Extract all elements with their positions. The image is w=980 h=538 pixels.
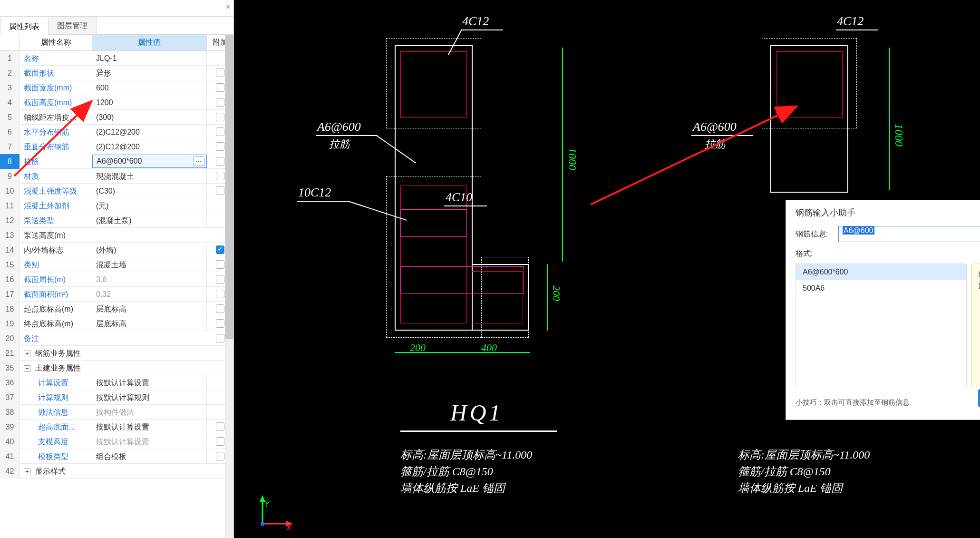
checkbox[interactable] (216, 98, 224, 107)
table-row[interactable]: 38做法信息按构件做法 (0, 405, 233, 420)
format-list[interactable]: A6@600*600 500A6 (796, 264, 967, 387)
prop-name[interactable]: 混凝土外加剂 (20, 198, 92, 213)
checkbox[interactable] (216, 319, 224, 328)
prop-value[interactable]: 现浇混凝土 (92, 169, 207, 184)
table-row[interactable]: 9材质现浇混凝土 (0, 169, 233, 184)
checkbox[interactable] (216, 290, 224, 298)
table-row[interactable]: 4截面高度(mm)1200 (0, 95, 233, 110)
list-item[interactable]: 500A6 (796, 280, 966, 296)
table-row[interactable]: 17截面面积(m²)0.32 (0, 287, 233, 302)
prop-value[interactable]: 按默认计算设置 (92, 434, 207, 449)
checkbox[interactable] (216, 68, 224, 77)
table-row[interactable]: 19终点底标高(m)层底标高 (0, 316, 233, 331)
checkbox[interactable] (216, 275, 224, 284)
expand-icon[interactable]: + (24, 469, 30, 475)
prop-value[interactable]: 按默认计算规则 (92, 390, 207, 405)
rebar-info-input[interactable]: A6@600 (838, 226, 980, 242)
scrollbar[interactable] (225, 35, 233, 538)
table-row[interactable]: 11混凝土外加剂(无) (0, 198, 233, 213)
table-row[interactable]: 14内/外墙标志(外墙) (0, 243, 233, 257)
checkbox[interactable] (216, 142, 224, 151)
prop-name[interactable]: 名称 (20, 51, 92, 66)
checkbox[interactable] (216, 186, 224, 195)
prop-name[interactable]: 做法信息 (20, 405, 92, 420)
prop-value[interactable]: 按构件做法 (92, 405, 207, 420)
table-row[interactable]: 3截面宽度(mm)600 (0, 80, 233, 95)
checkbox[interactable] (216, 83, 224, 92)
prop-name[interactable]: + 钢筋业务属性 (20, 346, 92, 361)
prop-value[interactable]: 1200 (92, 95, 207, 110)
table-row[interactable]: 15类别混凝土墙 (0, 257, 233, 272)
prop-value[interactable]: 按默认计算设置 (92, 420, 207, 434)
prop-name[interactable]: 内/外墙标志 (20, 243, 92, 257)
col-name[interactable]: 属性名称 (20, 35, 92, 50)
table-row[interactable]: 1名称JLQ-1 (0, 51, 233, 66)
prop-name[interactable]: 类别 (20, 257, 92, 272)
table-row[interactable]: 18起点底标高(m)层底标高 (0, 302, 233, 316)
checkbox[interactable] (216, 452, 224, 460)
prop-name[interactable]: 混凝土强度等级 (20, 184, 92, 198)
checkbox[interactable] (216, 113, 224, 121)
prop-value[interactable]: 层底标高 (92, 302, 207, 316)
prop-name[interactable]: + 显示样式 (20, 464, 92, 479)
close-icon[interactable]: × (225, 2, 231, 12)
table-row[interactable]: 41模板类型组合模板 (0, 449, 233, 464)
prop-name[interactable]: 水平分布钢筋 (20, 125, 92, 139)
table-row[interactable]: 10混凝土强度等级(C30) (0, 184, 233, 198)
col-value[interactable]: 属性值 (92, 35, 207, 50)
table-row[interactable]: 16截面周长(m)3.6 (0, 272, 233, 287)
expand-icon[interactable]: + (24, 351, 30, 357)
ok-button[interactable]: 确定 (978, 389, 980, 407)
tab-properties[interactable]: 属性列表 (0, 17, 49, 35)
prop-name[interactable]: 截面宽度(mm) (20, 80, 92, 95)
prop-value[interactable]: JLQ-1 (92, 51, 207, 66)
prop-name[interactable]: 截面形状 (20, 66, 92, 80)
prop-name[interactable]: 拉筋 (20, 154, 92, 169)
table-row[interactable]: 2截面形状异形 (0, 66, 233, 80)
table-row[interactable]: 5轴线距左墙皮…(300) (0, 110, 233, 125)
prop-value[interactable]: 组合模板 (92, 449, 207, 464)
prop-name[interactable]: 备注 (20, 331, 92, 346)
prop-name[interactable]: 截面周长(m) (20, 272, 92, 287)
prop-name[interactable]: 截面高度(mm) (20, 95, 92, 110)
table-row[interactable]: 21+ 钢筋业务属性 (0, 346, 233, 361)
table-row[interactable]: 40支模高度按默认计算设置 (0, 434, 233, 449)
prop-value[interactable]: (2)C12@200 (92, 139, 207, 154)
checkbox[interactable] (216, 245, 224, 254)
checkbox[interactable] (216, 334, 224, 342)
prop-value[interactable]: A6@600*600··· (92, 155, 207, 168)
table-row[interactable]: 37计算规则按默认计算规则 (0, 390, 233, 405)
checkbox[interactable] (216, 422, 224, 431)
prop-value[interactable]: 异形 (92, 66, 207, 80)
cad-canvas[interactable]: 4C12 A6@600 拉筋 10C12 4C10 1000 200 200 4… (234, 0, 980, 538)
prop-value[interactable]: 层底标高 (92, 316, 207, 331)
more-button[interactable]: ··· (193, 157, 204, 166)
table-row[interactable]: 13泵送高度(m) (0, 228, 233, 243)
list-item[interactable]: A6@600*600 (796, 264, 966, 280)
prop-name[interactable]: 起点底标高(m) (20, 302, 92, 316)
prop-value[interactable]: 600 (92, 80, 207, 95)
table-row[interactable]: 42+ 显示样式 (0, 464, 233, 479)
table-row[interactable]: 7垂直分布钢筋(2)C12@200 (0, 139, 233, 154)
prop-value[interactable]: 混凝土墙 (92, 257, 207, 272)
table-row[interactable]: 39超高底面…按默认计算设置 (0, 420, 233, 434)
checkbox[interactable] (216, 172, 224, 180)
prop-name[interactable]: 超高底面… (20, 420, 92, 434)
prop-name[interactable]: 垂直分布钢筋 (20, 139, 92, 154)
prop-name[interactable]: 支模高度 (20, 434, 92, 449)
prop-name[interactable]: − 土建业务属性 (20, 361, 92, 375)
checkbox[interactable] (216, 260, 224, 269)
prop-name[interactable]: 泵送类型 (20, 213, 92, 228)
checkbox[interactable] (216, 157, 224, 166)
table-row[interactable]: 35− 土建业务属性 (0, 361, 233, 375)
prop-value[interactable]: (2)C12@200 (92, 125, 207, 139)
prop-name[interactable]: 泵送高度(m) (20, 228, 92, 243)
prop-value[interactable]: (无) (92, 198, 207, 213)
table-row[interactable]: 8拉筋A6@600*600··· (0, 154, 233, 169)
checkbox[interactable] (216, 127, 224, 136)
prop-name[interactable]: 轴线距左墙皮… (20, 110, 92, 125)
prop-value[interactable]: (C30) (92, 184, 207, 198)
prop-name[interactable]: 计算设置 (20, 375, 92, 390)
collapse-icon[interactable]: − (24, 365, 30, 372)
prop-name[interactable]: 计算规则 (20, 390, 92, 405)
